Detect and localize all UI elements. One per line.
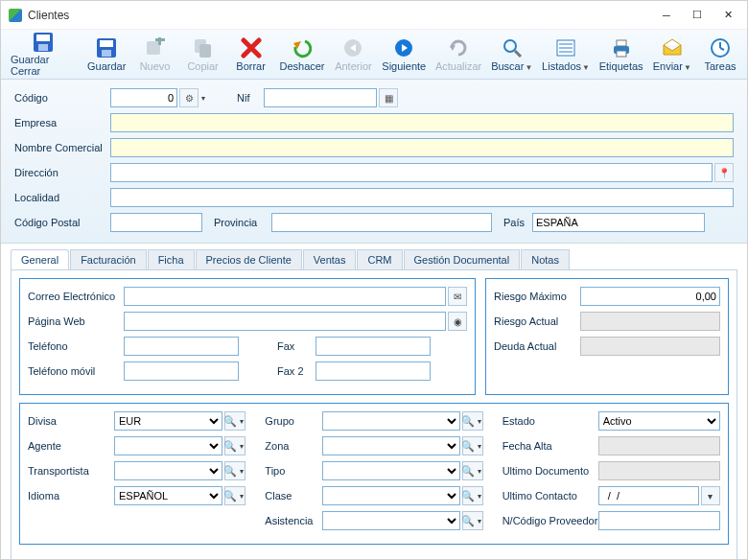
tabs: General Facturación Ficha Precios de Cli… bbox=[11, 249, 737, 269]
fax-field[interactable] bbox=[316, 337, 431, 356]
lookup-icon[interactable]: 🔍▾ bbox=[462, 486, 483, 505]
globe-icon[interactable]: ◉ bbox=[448, 312, 467, 331]
next-icon bbox=[392, 36, 415, 59]
deshacer-button[interactable]: Deshacer bbox=[276, 32, 329, 78]
pais-field[interactable] bbox=[532, 213, 705, 232]
listados-button[interactable]: Listados▼ bbox=[538, 32, 593, 78]
tab-facturacion[interactable]: Facturación bbox=[70, 249, 146, 269]
toolbar-label: Siguiente bbox=[382, 60, 426, 72]
lookup-icon[interactable]: ▦ bbox=[379, 88, 398, 107]
borrar-button[interactable]: Borrar bbox=[228, 32, 274, 78]
classification-panel: Divisa EUR 🔍▾ Agente 🔍▾ Transportista 🔍▾… bbox=[19, 403, 729, 545]
svg-rect-21 bbox=[617, 51, 626, 57]
cp-field[interactable] bbox=[110, 213, 202, 232]
chevron-down-icon[interactable]: ▾ bbox=[199, 94, 208, 103]
nombre-field[interactable] bbox=[110, 138, 734, 157]
cp-label: Código Postal bbox=[14, 217, 110, 228]
agente-label: Agente bbox=[28, 440, 114, 452]
svg-rect-8 bbox=[158, 37, 161, 45]
idioma-select[interactable]: ESPAÑOL bbox=[114, 486, 222, 505]
toolbar-label: Deshacer bbox=[279, 60, 324, 72]
tab-precios[interactable]: Precios de Cliente bbox=[196, 249, 302, 269]
ultimo-doc-field bbox=[598, 461, 720, 480]
lookup-icon[interactable]: 🔍▾ bbox=[462, 411, 483, 431]
ultimo-cont-label: Ultimo Contacto bbox=[503, 490, 598, 502]
nif-field[interactable] bbox=[264, 88, 377, 107]
clock-icon bbox=[709, 36, 732, 59]
direccion-field[interactable] bbox=[110, 163, 713, 182]
close-button[interactable]: ✕ bbox=[709, 1, 747, 30]
asistencia-select[interactable] bbox=[322, 511, 459, 530]
correo-field[interactable] bbox=[124, 287, 446, 306]
tipo-label: Tipo bbox=[265, 465, 322, 477]
tab-ventas[interactable]: Ventas bbox=[303, 249, 357, 269]
gear-icon[interactable]: ⚙ bbox=[179, 88, 199, 107]
nif-label: Nif bbox=[237, 92, 264, 104]
copiar-button[interactable]: Copiar bbox=[180, 32, 226, 78]
riesgo-max-field[interactable] bbox=[580, 287, 720, 306]
codigo-field[interactable] bbox=[110, 88, 177, 107]
toolbar-label: Guardar bbox=[87, 60, 126, 72]
svg-rect-5 bbox=[102, 50, 111, 57]
tipo-select[interactable] bbox=[322, 461, 459, 480]
prev-icon bbox=[341, 36, 364, 59]
tab-gestion[interactable]: Gestión Documental bbox=[404, 249, 521, 269]
tab-ficha[interactable]: Ficha bbox=[148, 249, 195, 269]
zona-select[interactable] bbox=[322, 436, 459, 455]
anterior-button[interactable]: Anterior bbox=[330, 32, 376, 78]
grupo-select[interactable] bbox=[322, 411, 459, 431]
lookup-icon[interactable]: 🔍▾ bbox=[462, 461, 483, 480]
fax2-label: Fax 2 bbox=[277, 365, 316, 377]
divisa-select[interactable]: EUR bbox=[114, 411, 222, 431]
fax2-field[interactable] bbox=[316, 362, 431, 381]
transportista-select[interactable] bbox=[114, 461, 222, 480]
buscar-button[interactable]: Buscar▼ bbox=[487, 32, 536, 78]
tel-label: Teléfono bbox=[28, 340, 124, 352]
nuevo-button[interactable]: Nuevo bbox=[132, 32, 178, 78]
lookup-icon[interactable]: 🔍▾ bbox=[224, 486, 245, 505]
ultimo-cont-field[interactable] bbox=[598, 486, 699, 505]
provincia-field[interactable] bbox=[271, 213, 492, 232]
toolbar-label: Enviar bbox=[653, 60, 683, 72]
lookup-icon[interactable]: 🔍▾ bbox=[224, 461, 245, 480]
enviar-button[interactable]: Enviar▼ bbox=[649, 32, 696, 78]
lookup-icon[interactable]: 🔍▾ bbox=[462, 511, 483, 530]
empresa-field[interactable] bbox=[110, 113, 734, 132]
chevron-down-icon[interactable]: ▼ bbox=[525, 63, 532, 72]
tel-field[interactable] bbox=[124, 337, 239, 356]
actualizar-button[interactable]: Actualizar bbox=[432, 32, 485, 78]
web-field[interactable] bbox=[124, 312, 446, 331]
map-pin-icon[interactable]: 📍 bbox=[714, 163, 734, 182]
toolbar-label: Anterior bbox=[335, 60, 372, 72]
svg-rect-10 bbox=[199, 44, 211, 58]
tareas-button[interactable]: Tareas bbox=[697, 32, 743, 78]
movil-field[interactable] bbox=[124, 362, 239, 381]
tab-notas[interactable]: Notas bbox=[521, 249, 570, 269]
tab-general[interactable]: General bbox=[11, 249, 69, 269]
agente-select[interactable] bbox=[114, 436, 222, 455]
lookup-icon[interactable]: 🔍▾ bbox=[462, 436, 483, 455]
idioma-label: Idioma bbox=[28, 490, 114, 502]
estado-select[interactable]: Activo bbox=[598, 411, 720, 431]
tab-crm[interactable]: CRM bbox=[357, 249, 402, 269]
date-picker-icon[interactable]: ▾ bbox=[701, 486, 720, 505]
ncodigo-field[interactable] bbox=[598, 511, 720, 530]
guardar-button[interactable]: Guardar bbox=[83, 32, 130, 78]
clase-select[interactable] bbox=[322, 486, 459, 505]
new-icon bbox=[144, 36, 167, 59]
fax-label: Fax bbox=[277, 340, 316, 352]
siguiente-button[interactable]: Siguiente bbox=[378, 32, 430, 78]
localidad-field[interactable] bbox=[110, 188, 734, 207]
svg-point-13 bbox=[504, 40, 516, 52]
toolbar-label: Buscar bbox=[491, 60, 524, 72]
chevron-down-icon[interactable]: ▼ bbox=[684, 63, 691, 72]
etiquetas-button[interactable]: Etiquetas bbox=[596, 32, 647, 78]
empresa-label: Empresa bbox=[14, 117, 110, 128]
mail-icon[interactable]: ✉ bbox=[448, 287, 467, 306]
lookup-icon[interactable]: 🔍▾ bbox=[224, 436, 245, 455]
deuda-field bbox=[580, 337, 720, 356]
chevron-down-icon[interactable]: ▼ bbox=[582, 63, 590, 72]
lookup-icon[interactable]: 🔍▾ bbox=[224, 411, 245, 431]
guardar-cerrar-button[interactable]: Guardar Cerrar bbox=[5, 32, 82, 78]
provincia-label: Provincia bbox=[214, 217, 271, 228]
